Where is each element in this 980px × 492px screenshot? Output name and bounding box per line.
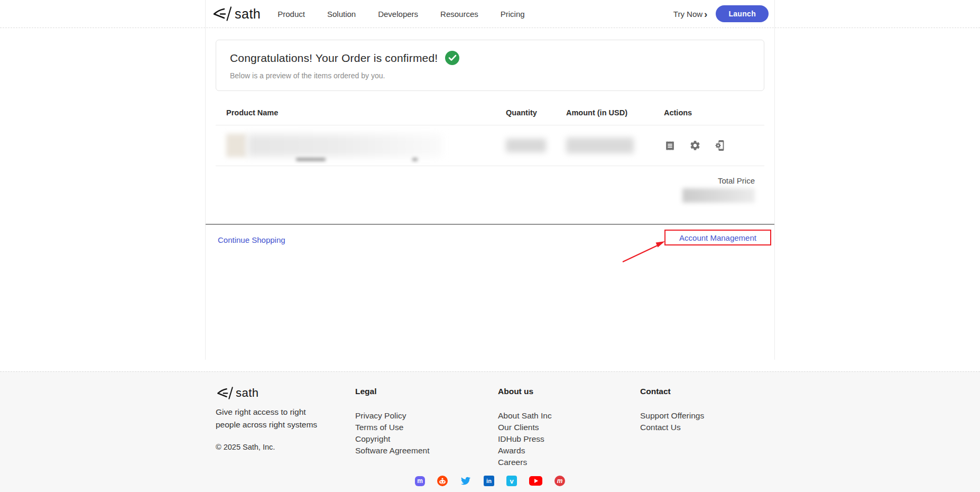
footer-link-idhub-press[interactable]: IDHub Press bbox=[498, 433, 640, 445]
receipt-icon[interactable] bbox=[664, 140, 676, 151]
footer-brand-logo[interactable]: sath bbox=[216, 386, 355, 400]
launch-button[interactable]: Launch bbox=[716, 5, 769, 22]
footer-link-privacy-policy[interactable]: Privacy Policy bbox=[355, 410, 498, 422]
footer-link-software-agreement[interactable]: Software Agreement bbox=[355, 445, 498, 457]
nav-item-pricing[interactable]: Pricing bbox=[501, 10, 525, 19]
top-navigation-bar: sath Product Solution Developers Resourc… bbox=[0, 0, 980, 28]
meetup-icon[interactable]: m bbox=[554, 476, 565, 486]
brand-name: sath bbox=[235, 7, 261, 21]
sath-logo-mark-icon bbox=[211, 5, 234, 22]
footer-links-row: Continue Shopping Account Management bbox=[205, 225, 775, 294]
sath-logo-mark-icon bbox=[216, 386, 235, 400]
order-confirmation-card: Congratulations! Your Order is confirmed… bbox=[216, 40, 764, 91]
actions-cell bbox=[664, 140, 764, 151]
footer-link-awards[interactable]: Awards bbox=[498, 445, 640, 457]
confirmation-title: Congratulations! Your Order is confirmed… bbox=[230, 52, 438, 65]
linkedin-icon[interactable]: in bbox=[484, 476, 494, 486]
quantity-redacted bbox=[506, 139, 546, 152]
col-header-amount: Amount (in USD) bbox=[566, 108, 664, 117]
chevron-right-icon: › bbox=[704, 9, 707, 19]
order-total-section: Total Price bbox=[205, 166, 775, 203]
account-management-link[interactable]: Account Management bbox=[679, 233, 756, 242]
table-row bbox=[216, 125, 764, 166]
main-nav: Product Solution Developers Resources Pr… bbox=[278, 10, 524, 19]
footer-link-copyright[interactable]: Copyright bbox=[355, 433, 498, 445]
brand-logo[interactable]: sath bbox=[211, 5, 261, 22]
total-price-redacted bbox=[682, 188, 755, 203]
brand-name: sath bbox=[236, 387, 259, 399]
nav-item-resources[interactable]: Resources bbox=[440, 10, 478, 19]
footer-link-support-offerings[interactable]: Support Offerings bbox=[640, 410, 775, 422]
continue-shopping-link[interactable]: Continue Shopping bbox=[218, 235, 285, 244]
quantity-cell bbox=[506, 139, 566, 152]
try-now-link[interactable]: Try Now › bbox=[673, 9, 708, 19]
footer-brand-column: sath Give right access to right people a… bbox=[216, 386, 355, 468]
product-name-cell bbox=[216, 125, 506, 166]
footer-legal-heading: Legal bbox=[355, 387, 498, 396]
footer-link-terms-of-use[interactable]: Terms of Use bbox=[355, 422, 498, 433]
footer-link-careers[interactable]: Careers bbox=[498, 457, 640, 468]
annotation-highlight-box: Account Management bbox=[664, 230, 771, 245]
footer-about-column: About us About Sath Inc Our Clients IDHu… bbox=[498, 386, 640, 468]
footer-about-heading: About us bbox=[498, 387, 640, 396]
total-price-label: Total Price bbox=[205, 176, 755, 185]
footer-tagline: Give right access to right people across… bbox=[216, 406, 328, 431]
col-header-quantity: Quantity bbox=[506, 108, 566, 117]
order-items-table: Product Name Quantity Amount (in USD) Ac… bbox=[216, 91, 764, 166]
footer-link-our-clients[interactable]: Our Clients bbox=[498, 422, 640, 433]
settings-gear-icon[interactable] bbox=[689, 140, 701, 151]
social-icons-row: m in v m bbox=[205, 476, 775, 486]
footer-contact-column: Contact Support Offerings Contact Us bbox=[640, 386, 775, 468]
twitter-icon[interactable] bbox=[460, 476, 471, 486]
youtube-icon[interactable] bbox=[529, 476, 542, 486]
col-header-actions: Actions bbox=[664, 108, 764, 117]
footer-legal-column: Legal Privacy Policy Terms of Use Copyri… bbox=[355, 386, 498, 468]
reddit-icon[interactable] bbox=[437, 476, 448, 486]
app-settings-icon[interactable] bbox=[715, 140, 726, 151]
main-content: Congratulations! Your Order is confirmed… bbox=[205, 40, 775, 371]
footer-copyright: © 2025 Sath, Inc. bbox=[216, 443, 355, 451]
nav-item-developers[interactable]: Developers bbox=[378, 10, 418, 19]
page: sath Product Solution Developers Resourc… bbox=[0, 0, 980, 492]
amount-redacted bbox=[566, 138, 634, 153]
table-header-row: Product Name Quantity Amount (in USD) Ac… bbox=[216, 91, 764, 125]
product-thumbnail-redacted bbox=[226, 134, 246, 157]
nav-item-product[interactable]: Product bbox=[278, 10, 305, 19]
confirmation-subtitle: Below is a preview of the items ordered … bbox=[230, 71, 750, 80]
nav-item-solution[interactable]: Solution bbox=[327, 10, 356, 19]
vimeo-icon[interactable]: v bbox=[506, 476, 517, 486]
page-footer: sath Give right access to right people a… bbox=[0, 371, 980, 492]
amount-cell bbox=[566, 138, 664, 153]
footer-contact-heading: Contact bbox=[640, 387, 775, 396]
footer-link-contact-us[interactable]: Contact Us bbox=[640, 422, 775, 433]
success-check-icon bbox=[445, 51, 459, 65]
product-name-redacted bbox=[247, 134, 442, 157]
footer-link-about-sath[interactable]: About Sath Inc bbox=[498, 410, 640, 422]
col-header-product-name: Product Name bbox=[216, 108, 506, 117]
mastodon-icon[interactable]: m bbox=[415, 476, 425, 486]
